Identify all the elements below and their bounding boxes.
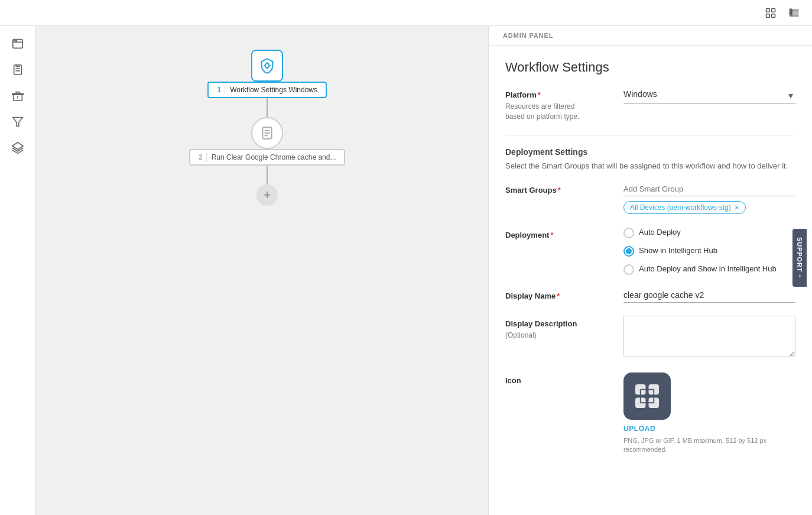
node2-icon [251,117,283,149]
node1-text: Workflow Settings Windows [230,86,317,94]
platform-label: Platform* [505,90,623,99]
deployment-input-col: Auto Deploy Show in Intelligent Hub Auto… [623,227,795,275]
svg-marker-20 [12,118,22,127]
smart-groups-label-col: Smart Groups* [505,182,623,195]
svg-rect-0 [766,8,770,12]
platform-required: * [538,90,541,99]
smart-groups-tag-close[interactable]: × [735,203,739,212]
platform-field-row: Platform* Resources are filtered based o… [505,87,795,122]
display-name-field-row: Display Name* [505,288,795,303]
radio-show-intelligent-hub-label: Show in Intelligent Hub [639,245,717,256]
smart-groups-input-col: All Devices (uem-workflows-stg) × [623,182,795,214]
radio-auto-deploy[interactable]: Auto Deploy [623,227,795,238]
icon-label-col: Icon [505,373,623,385]
display-description-label: Display Description [505,319,623,328]
sidebar-item-clipboard[interactable] [7,59,28,80]
sidebar-item-filter[interactable] [7,111,28,132]
radio-auto-deploy-circle [623,228,634,238]
icon-preview [623,373,671,420]
display-name-input[interactable] [623,288,795,303]
svg-rect-3 [772,14,775,17]
support-chevron-icon: ‹ [798,273,801,280]
svg-point-14 [15,40,16,41]
platform-desc: Resources are filtered based on platform… [505,102,623,122]
connector-1-2 [267,98,268,117]
smart-groups-label: Smart Groups* [505,186,623,195]
sidebar-item-window[interactable] [7,33,28,54]
panel-title: Workflow Settings [505,60,795,75]
display-description-optional: (Optional) [505,331,623,341]
admin-panel-header: ADMIN PANEL [489,26,812,46]
deployment-field-row: Deployment* Auto Deploy Show in Intellig… [505,227,795,275]
radio-show-intelligent-hub-circle [623,246,634,257]
deployment-settings-desc: Select the Smart Groups that will be ass… [505,160,795,172]
deployment-radio-group: Auto Deploy Show in Intelligent Hub Auto… [623,227,795,275]
node1-label-box[interactable]: 1 Workflow Settings Windows [207,82,327,98]
radio-auto-deploy-label: Auto Deploy [639,227,681,238]
sidebar-item-layers[interactable] [7,137,28,158]
deployment-label: Deployment* [505,231,623,239]
display-name-required: * [557,291,560,300]
icon-input-col: UPLOAD PNG, JPG or GIF, 1 MB maximum, 51… [623,373,795,455]
svg-point-22 [265,64,269,68]
connector-2-add [267,166,268,184]
svg-rect-1 [772,8,775,12]
smart-groups-required: * [558,186,561,195]
platform-label-col: Platform* Resources are filtered based o… [505,87,623,122]
node2-label-box[interactable]: 2 Run Clear Google Chrome cache and... [189,149,345,166]
platform-select[interactable]: Windows macOS iOS Android [623,87,795,101]
workflow-container: 1 Workflow Settings Windows 2 Run Clear … [189,50,345,206]
display-description-field-row: Display Description (Optional) [505,316,795,359]
radio-auto-deploy-show-circle [623,264,634,275]
node1-step: 1 [217,86,225,94]
add-node-button[interactable]: + [256,184,278,206]
main-layout: 1 Workflow Settings Windows 2 Run Clear … [0,26,812,515]
section-divider-1 [505,135,795,135]
top-bar [0,0,812,26]
display-name-label: Display Name* [505,291,623,300]
list-view-icon[interactable] [786,5,803,21]
radio-show-intelligent-hub[interactable]: Show in Intelligent Hub [623,245,795,257]
display-description-label-col: Display Description (Optional) [505,316,623,341]
upload-hint: PNG, JPG or GIF, 1 MB maximum, 512 by 51… [623,436,795,455]
radio-auto-deploy-show-label: Auto Deploy and Show in Intelligent Hub [639,264,777,274]
left-sidebar [0,26,35,515]
node2-step: 2 [199,153,207,161]
platform-input-col: Windows macOS iOS Android ▾ [623,87,795,104]
smart-groups-input[interactable] [623,182,795,196]
deployment-label-col: Deployment* [505,227,623,239]
display-name-input-col [623,288,795,303]
radio-auto-deploy-show[interactable]: Auto Deploy and Show in Intelligent Hub [623,264,795,275]
icon-field-row: Icon [505,373,795,455]
platform-select-wrapper: Windows macOS iOS Android ▾ [623,87,795,104]
display-name-label-col: Display Name* [505,288,623,300]
smart-groups-tag-label: All Devices (uem-workflows-stg) [630,203,731,212]
node1-icon [251,50,283,82]
deployment-settings-heading: Deployment Settings [505,147,795,157]
display-description-input-col [623,316,795,359]
smart-groups-field-row: Smart Groups* All Devices (uem-workflows… [505,182,795,214]
smart-groups-tag: All Devices (uem-workflows-stg) × [623,201,746,214]
support-tab[interactable]: SUPPORT ‹ [792,229,807,287]
sidebar-item-package[interactable] [7,85,28,106]
svg-rect-2 [766,14,770,17]
support-tab-label: SUPPORT [796,237,803,272]
right-panel: ADMIN PANEL Workflow Settings Platform* … [488,26,812,515]
icon-label: Icon [505,376,623,385]
grid-view-icon[interactable] [762,5,779,21]
svg-point-13 [14,40,15,41]
panel-content: Workflow Settings Platform* Resources ar… [489,46,812,482]
upload-link[interactable]: UPLOAD [623,425,795,433]
canvas-area: 1 Workflow Settings Windows 2 Run Clear … [35,26,488,515]
deployment-required: * [550,231,553,239]
display-description-textarea[interactable] [623,316,795,357]
node2-text: Run Clear Google Chrome cache and... [212,153,336,161]
